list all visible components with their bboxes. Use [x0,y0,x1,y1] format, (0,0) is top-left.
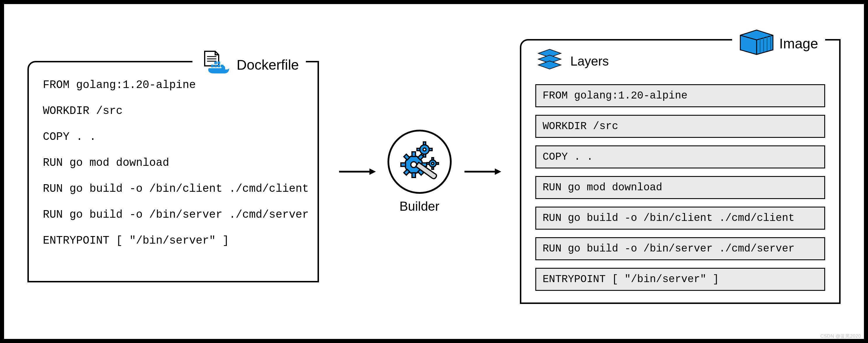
layer-item: RUN go mod download [535,176,825,199]
dockerfile-panel: Dockerfile FROM golang:1.20-alpine WORKD… [27,61,319,282]
svg-rect-14 [412,173,415,178]
watermark: CSDN @蓝黑2020 [820,333,861,340]
layer-item: COPY . . [535,146,825,168]
image-legend: Image [732,29,825,58]
svg-marker-10 [369,168,376,175]
image-panel: Image Layers FROM golang:1.20-alpine WOR… [520,39,841,304]
code-line: WORKDIR /src [43,105,304,117]
builder-block: Builder [388,130,452,214]
svg-rect-24 [423,154,426,157]
layer-item: ENTRYPOINT [ "/bin/server" ] [535,268,825,291]
builder-label: Builder [399,199,439,214]
dockerfile-title: Dockerfile [237,57,299,73]
svg-rect-30 [432,167,434,169]
svg-rect-23 [423,142,426,145]
arrow-right-icon [463,167,501,176]
dockerfile-icon [199,51,231,79]
layer-item: RUN go build -o /bin/server ./cmd/server [535,237,825,260]
layers-label: Layers [570,54,609,68]
svg-rect-17 [418,154,424,160]
code-line: COPY . . [43,130,304,143]
code-line: FROM golang:1.20-alpine [43,79,304,91]
svg-rect-20 [404,169,410,175]
code-line: ENTRYPOINT [ "/bin/server" ] [43,234,304,247]
svg-rect-32 [436,163,438,164]
builder-column: Builder [338,130,501,214]
svg-rect-4 [214,65,217,67]
svg-marker-43 [538,61,561,69]
layer-item: WORKDIR /src [535,115,825,138]
arrow-right-icon [338,167,376,176]
builder-circle [388,130,452,194]
code-line: RUN go mod download [43,156,304,169]
svg-rect-15 [401,163,406,166]
svg-rect-31 [427,163,429,164]
svg-rect-18 [404,154,410,160]
code-line: RUN go build -o /bin/server ./cmd/server [43,208,304,221]
svg-rect-13 [412,152,415,156]
diagram-canvas: Dockerfile FROM golang:1.20-alpine WORKD… [0,0,868,343]
layers-icon [537,49,562,74]
container-icon [739,29,774,58]
svg-rect-7 [218,61,220,64]
layer-item: FROM golang:1.20-alpine [535,84,825,107]
dockerfile-legend: Dockerfile [192,51,306,79]
svg-point-22 [423,148,426,151]
svg-rect-5 [218,65,220,67]
dockerfile-code: FROM golang:1.20-alpine WORKDIR /src COP… [43,76,304,247]
svg-rect-3 [211,65,214,67]
svg-rect-25 [417,148,420,151]
image-title: Image [779,36,818,52]
svg-rect-26 [429,148,432,151]
svg-rect-8 [221,65,223,67]
svg-rect-6 [214,61,217,64]
svg-marker-34 [495,168,501,175]
gears-icon [398,139,441,184]
svg-point-28 [432,162,434,165]
layer-list: FROM golang:1.20-alpine WORKDIR /src COP… [535,84,825,291]
svg-rect-29 [432,158,434,160]
code-line: RUN go build -o /bin/client ./cmd/client [43,182,304,195]
layer-item: RUN go build -o /bin/client ./cmd/client [535,207,825,230]
